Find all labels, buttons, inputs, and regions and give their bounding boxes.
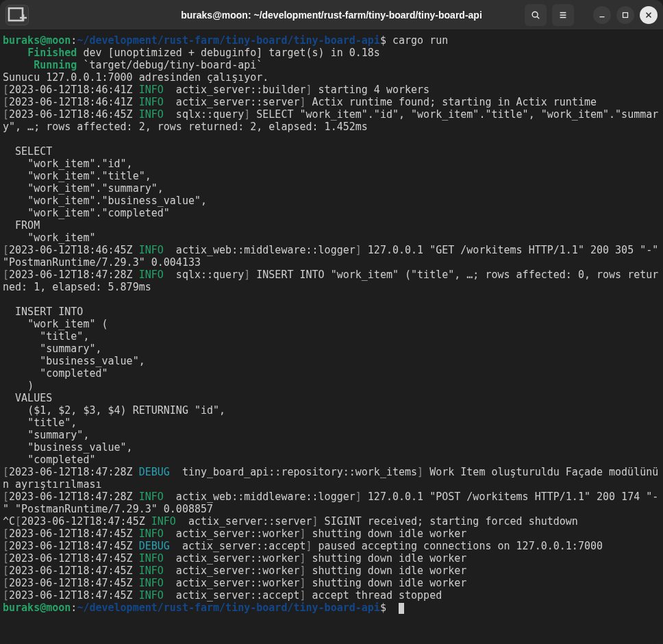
search-icon: [531, 10, 540, 20]
close-button[interactable]: [640, 6, 658, 24]
svg-line-4: [537, 16, 539, 18]
titlebar: buraks@moon: ~/development/rust-farm/tin…: [0, 0, 663, 30]
new-tab-icon: [6, 4, 28, 26]
svg-point-3: [532, 12, 538, 17]
hamburger-icon: [558, 10, 568, 20]
terminal-window: buraks@moon: ~/development/rust-farm/tin…: [0, 0, 663, 644]
svg-rect-9: [623, 12, 628, 17]
new-tab-button[interactable]: [5, 5, 29, 25]
minimize-button[interactable]: [593, 6, 611, 24]
terminal-output[interactable]: buraks@moon:~/development/rust-farm/tiny…: [0, 30, 663, 644]
minimize-icon: [597, 10, 607, 20]
close-icon: [644, 10, 653, 20]
maximize-button[interactable]: [616, 6, 634, 24]
maximize-icon: [621, 10, 630, 20]
search-button[interactable]: [525, 4, 547, 26]
menu-button[interactable]: [552, 4, 574, 26]
